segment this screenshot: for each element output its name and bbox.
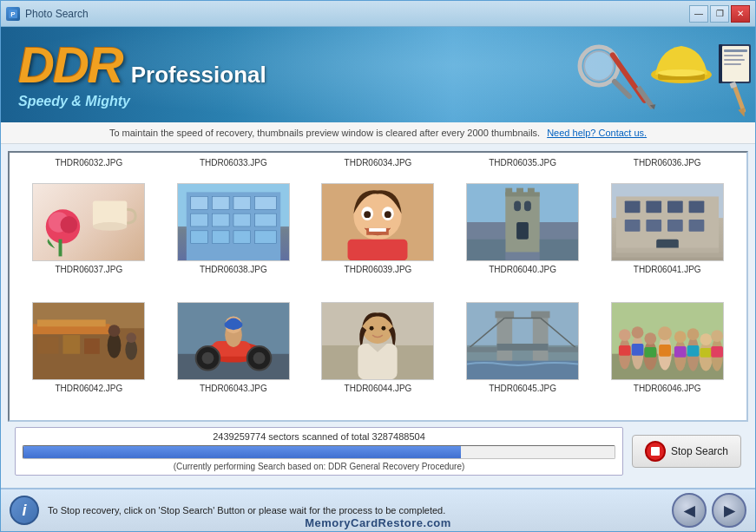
svg-point-93 bbox=[201, 352, 214, 365]
svg-rect-32 bbox=[233, 196, 251, 209]
photo-label-cell-39: THDR06039.JPG bbox=[345, 265, 412, 274]
photo-thumb-40 bbox=[466, 183, 579, 261]
svg-rect-139 bbox=[674, 346, 687, 358]
info-bar: To maintain the speed of recovery, thumb… bbox=[1, 122, 755, 144]
main-content: THDR06032.JPG THDR06033.JPG THDR06034.JP… bbox=[1, 144, 755, 488]
svg-point-10 bbox=[658, 69, 705, 76]
svg-rect-109 bbox=[531, 312, 550, 319]
svg-rect-141 bbox=[700, 348, 712, 358]
status-message: To Stop recovery, click on 'Stop Search'… bbox=[48, 505, 663, 516]
next-button[interactable]: ▶ bbox=[712, 493, 746, 528]
svg-rect-65 bbox=[624, 200, 640, 213]
photo-label-cell-44: THDR06044.JPG bbox=[345, 384, 412, 393]
svg-rect-13 bbox=[724, 49, 747, 52]
svg-rect-30 bbox=[191, 196, 208, 209]
progress-section: 2439259774 sectors scanned of total 3287… bbox=[8, 422, 748, 481]
photo-label-cell-41: THDR06041.JPG bbox=[634, 265, 701, 274]
svg-rect-138 bbox=[659, 345, 671, 357]
tagline: Speedy & Mighty bbox=[18, 94, 266, 109]
svg-rect-38 bbox=[191, 231, 208, 244]
svg-point-132 bbox=[700, 333, 712, 345]
info-message: To maintain the speed of recovery, thumb… bbox=[109, 128, 540, 138]
app-icon: P bbox=[6, 7, 20, 21]
restore-button[interactable]: ❐ bbox=[710, 5, 729, 23]
svg-rect-114 bbox=[549, 347, 578, 352]
title-controls: — ❐ ✕ bbox=[689, 5, 750, 23]
svg-rect-33 bbox=[255, 196, 277, 209]
stop-search-label: Stop Search bbox=[671, 445, 728, 457]
svg-rect-56 bbox=[516, 188, 523, 195]
brand-main: DDR bbox=[18, 40, 122, 90]
photo-cell-43[interactable]: THDR06043.JPG bbox=[161, 295, 306, 400]
progress-bar-fill bbox=[23, 446, 461, 458]
watermark: MemoryCardRestore.com bbox=[305, 516, 451, 529]
photo-grid-row3: THDR06042.JPG bbox=[10, 288, 746, 407]
photo-label-34: THDR06034.JPG bbox=[306, 156, 450, 169]
minimize-button[interactable]: — bbox=[689, 5, 708, 23]
svg-rect-81 bbox=[37, 337, 59, 354]
photo-grid-container[interactable]: THDR06032.JPG THDR06033.JPG THDR06034.JP… bbox=[8, 151, 748, 422]
help-link[interactable]: Need help? Contact us. bbox=[547, 128, 647, 138]
svg-rect-135 bbox=[619, 345, 631, 356]
svg-rect-71 bbox=[667, 220, 683, 232]
svg-marker-19 bbox=[738, 108, 747, 118]
title-bar-left: P Photo Search bbox=[6, 7, 89, 21]
photo-cell-38[interactable]: THDR06038.JPG bbox=[161, 176, 306, 281]
progress-box: 2439259774 sectors scanned of total 3287… bbox=[15, 427, 623, 476]
photo-cell-46[interactable]: THDR06046.JPG bbox=[595, 295, 740, 400]
svg-rect-49 bbox=[370, 228, 387, 232]
photo-cell-42[interactable]: THDR06042.JPG bbox=[16, 295, 161, 400]
stop-search-button[interactable]: Stop Search bbox=[632, 435, 741, 468]
svg-rect-108 bbox=[496, 312, 515, 319]
photo-cell-40[interactable]: THDR06040.JPG bbox=[450, 176, 595, 281]
svg-rect-72 bbox=[688, 220, 704, 232]
photo-cell-44[interactable]: THDR06044.JPG bbox=[306, 295, 450, 400]
svg-rect-66 bbox=[646, 200, 661, 213]
svg-rect-60 bbox=[516, 222, 529, 240]
photo-thumb-42 bbox=[32, 302, 145, 380]
svg-rect-36 bbox=[233, 213, 251, 227]
photo-cell-39[interactable]: THDR06039.JPG bbox=[306, 176, 450, 281]
svg-rect-136 bbox=[631, 344, 643, 356]
svg-point-85 bbox=[108, 325, 121, 337]
svg-rect-70 bbox=[646, 220, 661, 232]
brand-sub: Professional bbox=[131, 63, 266, 86]
svg-rect-50 bbox=[348, 240, 408, 261]
svg-point-46 bbox=[365, 211, 371, 218]
photo-cell-41[interactable]: THDR06041.JPG bbox=[595, 176, 740, 281]
svg-rect-16 bbox=[724, 63, 741, 65]
info-circle-icon: i bbox=[10, 496, 39, 525]
svg-rect-17 bbox=[719, 44, 722, 83]
svg-point-95 bbox=[253, 352, 266, 365]
svg-rect-80 bbox=[37, 319, 106, 326]
photo-grid-row2: THDR06037.JPG bbox=[10, 169, 746, 288]
title-bar: P Photo Search — ❐ ✕ bbox=[1, 1, 755, 27]
photo-cell-45[interactable]: THDR06045.JPG bbox=[450, 295, 595, 400]
photo-thumb-37 bbox=[32, 183, 145, 261]
prev-button[interactable]: ◀ bbox=[672, 493, 707, 528]
svg-rect-76 bbox=[616, 248, 719, 253]
close-button[interactable]: ✕ bbox=[731, 5, 750, 23]
svg-rect-40 bbox=[233, 231, 251, 244]
progress-subtitle: (Currently performing Search based on: D… bbox=[23, 462, 615, 471]
svg-point-120 bbox=[619, 329, 631, 341]
svg-rect-67 bbox=[667, 200, 683, 213]
photo-cell-37[interactable]: THDR06037.JPG bbox=[16, 176, 161, 281]
svg-rect-113 bbox=[467, 347, 496, 352]
photo-label-cell-37: THDR06037.JPG bbox=[55, 265, 122, 274]
svg-rect-35 bbox=[212, 213, 229, 227]
svg-rect-62 bbox=[540, 240, 578, 261]
svg-rect-104 bbox=[467, 303, 578, 345]
progress-title: 2439259774 sectors scanned of total 3287… bbox=[23, 431, 615, 442]
svg-point-3 bbox=[584, 51, 614, 81]
svg-rect-58 bbox=[514, 200, 521, 211]
svg-rect-15 bbox=[724, 59, 745, 61]
svg-rect-140 bbox=[687, 345, 699, 357]
svg-rect-115 bbox=[497, 344, 549, 351]
svg-rect-34 bbox=[191, 213, 208, 227]
svg-rect-39 bbox=[212, 231, 229, 244]
photo-label-36: THDR06036.JPG bbox=[595, 156, 740, 169]
svg-rect-26 bbox=[59, 240, 62, 257]
svg-point-102 bbox=[382, 326, 386, 331]
photo-thumb-43 bbox=[177, 302, 290, 380]
